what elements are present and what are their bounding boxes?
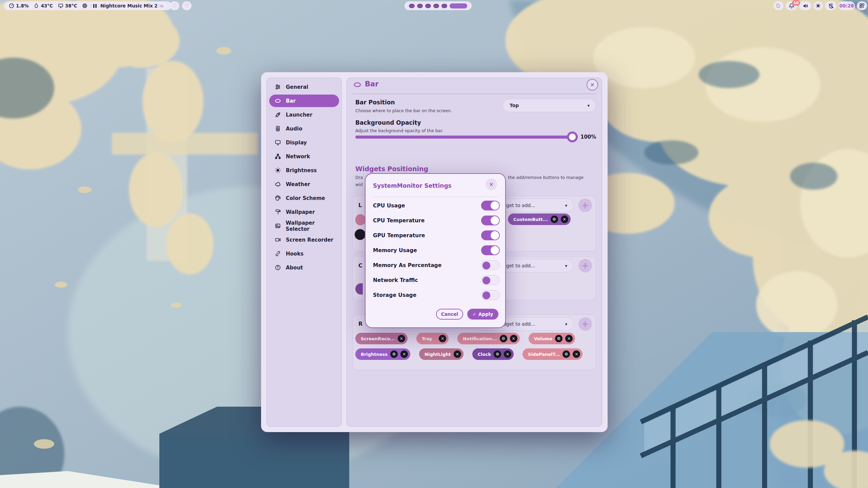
sidebar-item-brightness[interactable]: Brightness	[269, 164, 339, 177]
left-widgets-add-button[interactable]: +	[578, 199, 592, 212]
media-favorite-button[interactable]: ♡	[182, 1, 192, 10]
close-icon[interactable]: ×	[454, 350, 461, 358]
widget-chip-brightness[interactable]: Brightness ⚙ ×	[355, 348, 410, 360]
page-title: Bar	[365, 80, 379, 88]
volume-button[interactable]	[799, 1, 811, 10]
sidebar-item-weather[interactable]: Weather	[269, 178, 339, 190]
toggle-label-network-traffic: Network Traffic	[373, 277, 418, 283]
background-opacity-description: Adjust the background opacity of the bar…	[355, 128, 443, 133]
modal-close-button[interactable]: ✕	[486, 179, 497, 190]
toggle-knob	[491, 216, 499, 225]
close-icon[interactable]: ×	[565, 335, 573, 342]
close-icon[interactable]: ×	[510, 335, 517, 342]
sidebar-item-label: Wallpaper	[286, 209, 315, 215]
bar-position-select[interactable]: Top ▾	[502, 99, 596, 112]
monitor-icon	[275, 139, 281, 146]
toggle-storage-usage[interactable]	[481, 290, 500, 300]
widget-chip-tray[interactable]: Tray ×	[416, 333, 449, 344]
workspaces-pill[interactable]	[405, 1, 472, 10]
widget-chip-sidepanel[interactable]: SidePanelT... ⚙ ×	[522, 348, 583, 360]
cpu-temp-stat: 43°C	[34, 3, 53, 8]
sidebar-item-display[interactable]: Display	[269, 136, 339, 149]
close-icon[interactable]: ×	[573, 350, 580, 358]
widget-chip-nightlight[interactable]: NightLight ×	[419, 348, 463, 360]
apply-button[interactable]: ✓ Apply	[467, 309, 498, 320]
sidebar-item-bar[interactable]: Bar	[269, 95, 339, 107]
sidebar-item-label: About	[286, 265, 303, 271]
sidebar-item-network[interactable]: Network	[269, 150, 339, 163]
center-widgets-add-button[interactable]: +	[578, 259, 592, 272]
clock-pill[interactable]: 00:28	[839, 1, 855, 10]
widget-chip-volume[interactable]: Volume ⚙ ×	[529, 333, 575, 344]
opacity-slider-handle[interactable]	[567, 131, 578, 142]
toggle-gpu-temperature[interactable]	[481, 230, 500, 240]
gear-icon[interactable]: ⚙	[494, 350, 501, 358]
brightness-button[interactable]	[813, 1, 823, 10]
workspace-dot[interactable]	[441, 4, 447, 8]
sidebar-item-screen-recorder[interactable]: Screen Recorder	[269, 233, 339, 246]
toggle-memory-usage[interactable]	[481, 245, 500, 255]
widget-chip-screenrecorder[interactable]: ScreenReco... ×	[355, 333, 408, 344]
toggle-network-traffic[interactable]	[481, 275, 500, 285]
dashboard-button[interactable]	[857, 1, 867, 10]
moon-off-icon	[828, 3, 834, 9]
gear-icon[interactable]: ⚙	[563, 350, 570, 358]
workspace-active-dot[interactable]	[450, 3, 467, 8]
widget-chip-custombutton[interactable]: CustomButt... ⚙ ×	[508, 214, 571, 225]
sidebar-item-wallpaper-selector[interactable]: Wallpaper Selector	[269, 220, 339, 232]
toggle-knob	[491, 201, 499, 210]
close-icon[interactable]: ×	[504, 350, 511, 358]
chip-label: Volume	[534, 336, 552, 341]
media-skull-button[interactable]: ☠	[157, 1, 166, 10]
close-icon[interactable]: ×	[561, 216, 568, 223]
sidebar-item-launcher[interactable]: Launcher	[269, 108, 339, 121]
media-like-button[interactable]: ♡	[170, 1, 179, 10]
toggle-label-storage-usage: Storage Usage	[373, 292, 416, 298]
chip-label: CustomButt...	[513, 217, 548, 222]
close-icon[interactable]: ×	[439, 335, 446, 342]
workspace-dot[interactable]	[425, 4, 431, 8]
toggle-memory-as-percentage[interactable]	[481, 260, 500, 270]
toggle-cpu-temperature[interactable]	[481, 216, 500, 225]
tray-app-button[interactable]	[773, 1, 784, 10]
gauge-icon	[9, 3, 14, 8]
sidebar-item-about[interactable]: About	[269, 261, 339, 274]
gear-icon[interactable]: ⚙	[500, 335, 507, 342]
close-icon[interactable]: ×	[400, 350, 408, 358]
sidebar-item-color-scheme[interactable]: Color Scheme	[269, 192, 339, 204]
widgets-positioning-title: Widgets Positioning	[355, 165, 428, 172]
bar-position-description: Choose where to place the bar on the scr…	[355, 108, 452, 113]
chevron-down-icon: ▾	[565, 203, 567, 208]
window-close-button[interactable]: ✕	[587, 79, 598, 90]
workspace-dot[interactable]	[433, 4, 439, 8]
right-widgets-add-button[interactable]: +	[578, 317, 592, 331]
link-icon	[275, 250, 281, 257]
opacity-slider-track[interactable]	[355, 136, 574, 139]
workspace-dot[interactable]	[409, 4, 415, 8]
workspace-dot[interactable]	[417, 4, 423, 8]
cancel-label: Cancel	[441, 311, 458, 317]
chip-label: NightLight	[425, 352, 451, 357]
video-camera-icon	[275, 237, 281, 243]
chevron-down-icon: ▾	[565, 263, 567, 268]
pause-icon[interactable]	[93, 4, 97, 8]
sidebar-item-label: Wallpaper Selector	[286, 220, 339, 232]
sidebar-item-hooks[interactable]: Hooks	[269, 247, 339, 260]
toggle-label-cpu-usage: CPU Usage	[373, 203, 405, 209]
close-icon[interactable]: ×	[398, 335, 405, 342]
hidden-chip-button-fragment	[355, 229, 366, 240]
gear-icon[interactable]: ⚙	[551, 216, 558, 223]
widget-chip-notifications[interactable]: Notification... ⚙ ×	[457, 333, 519, 344]
gear-icon[interactable]: ⚙	[555, 335, 563, 342]
toggle-cpu-usage[interactable]	[481, 201, 500, 210]
sidebar-item-wallpaper[interactable]: Wallpaper	[269, 206, 339, 218]
widget-chip-clock[interactable]: Clock ⚙ ×	[472, 348, 514, 360]
chip-label: Tray	[422, 336, 432, 341]
sidebar-item-general[interactable]: General	[269, 81, 339, 93]
gear-icon[interactable]: ⚙	[390, 350, 398, 358]
gpu-temp-stat: 38°C	[58, 3, 77, 8]
cancel-button[interactable]: Cancel	[436, 309, 463, 320]
toggle-label-cpu-temperature: CPU Temperature	[373, 218, 425, 224]
sidebar-item-audio[interactable]: Audio	[269, 122, 339, 135]
nightlight-button[interactable]	[825, 1, 836, 10]
